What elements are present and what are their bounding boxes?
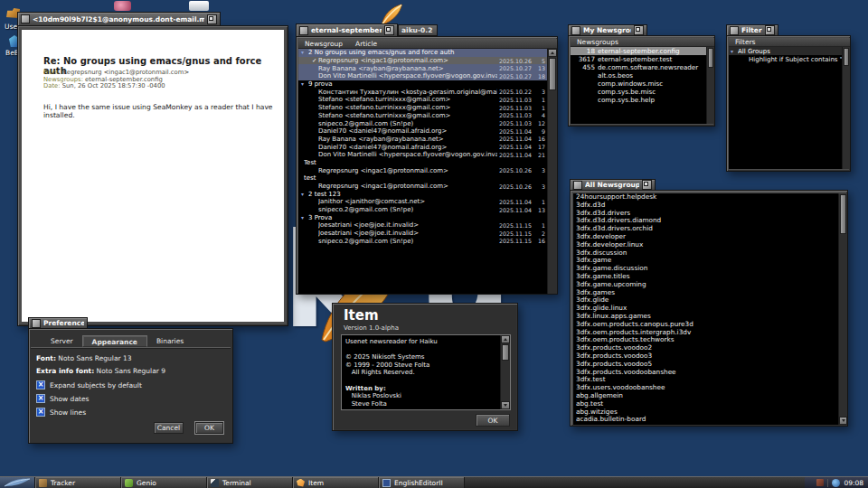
article-row[interactable]: 2 No groups using emacs/gnus and force a… (298, 49, 547, 57)
zoom-button-icon[interactable] (384, 25, 394, 35)
article-row[interactable]: Stefano <stefano.turrinixxx@gmail.com> 2… (298, 112, 547, 120)
article-row[interactable]: 2 test 123 (298, 190, 547, 198)
article-row[interactable]: Regrepsnurg <ingac1@protonmail.com> 2025… (298, 57, 547, 65)
filter-row[interactable]: Highlight if Subject contains "" (729, 55, 842, 63)
article-scrollbar[interactable] (547, 49, 557, 294)
expand-triangle-icon[interactable] (301, 214, 308, 221)
newsgroup-row[interactable]: 3617 eternal-september.test (571, 55, 706, 63)
all-newsgroups-row[interactable]: 3dfx.game (573, 257, 838, 265)
all-newsgroups-scrollbar[interactable] (838, 193, 847, 425)
desktop-icon-partial-1[interactable] (114, 1, 131, 11)
all-newsgroups-row[interactable]: 3dfx.developer.linux (573, 241, 838, 249)
all-newsgroups-row[interactable]: 3dfx.glide (573, 296, 838, 305)
newsgroup-row[interactable]: 455 de.comm.software.newsreader (571, 63, 706, 71)
item-app-desktop-icon[interactable] (380, 4, 403, 25)
about-scrollbar[interactable] (500, 335, 510, 409)
expand-triangle-icon[interactable] (301, 191, 308, 198)
article-row[interactable]: Don Vito Martinelli <hyperspace.flyover@… (298, 151, 547, 159)
all-newsgroups-row[interactable]: abg.test (573, 400, 838, 408)
scrollbar-thumb[interactable] (708, 48, 713, 68)
all-newsgroups-row[interactable]: 3dfx.d3d.drivers (573, 210, 838, 218)
newsgroup-row[interactable]: 18 eternal-september.config (571, 47, 706, 55)
taskbar-item[interactable]: Item (293, 477, 379, 488)
article-row[interactable]: snipeco.2@gmail.com (Sn!pe) 2025.11.15 1… (298, 238, 547, 246)
article-row[interactable]: Stefano <stefano.turrinixxx@gmail.com> 2… (298, 104, 547, 112)
newsgroup-row[interactable]: comp.sys.be.misc (571, 88, 706, 96)
cancel-button[interactable]: Cancel (154, 422, 184, 434)
ok-button[interactable]: OK (195, 422, 223, 434)
checkbox[interactable] (36, 380, 45, 389)
ok-button[interactable]: OK (476, 414, 510, 427)
scroll-up-icon[interactable] (548, 49, 557, 57)
menu-item[interactable]: Article (349, 40, 383, 48)
font-value[interactable]: Noto Sans Regular 13 (58, 354, 131, 362)
all-newsgroups-row[interactable]: 3dfx.d3d.drivers.orchid (573, 225, 838, 233)
scroll-down-icon[interactable] (839, 417, 847, 425)
expand-triangle-icon[interactable] (731, 48, 738, 54)
all-newsgroups-row[interactable]: 3dfx.products.voodoobanshee (573, 369, 838, 377)
all-newsgroups-row[interactable]: abg.witziges (573, 408, 838, 417)
article-row[interactable]: Test (298, 159, 547, 167)
article-row[interactable]: Regrepsnurg <ingac1@protonmail.com> 2025… (298, 183, 547, 191)
all-newsgroups-row[interactable]: 3dfx.game.discussion (573, 265, 838, 273)
newsgroup-row[interactable]: comp.sys.be.help (571, 96, 706, 104)
clock[interactable]: 09:08 (844, 479, 863, 487)
article-row[interactable]: Daniel70 <daniel47@nomail.afraid.org> 20… (298, 143, 547, 151)
taskbar-item[interactable]: EnglishEditorII (379, 477, 465, 488)
checkbox-row[interactable]: Show lines (36, 408, 86, 417)
all-newsgroups-row[interactable]: 3dfx.oem.products.intergraph.i3dv (573, 329, 838, 337)
desktop-icon-partial-2[interactable] (189, 1, 209, 11)
close-button-icon[interactable] (573, 181, 582, 190)
close-button-icon[interactable] (21, 14, 30, 23)
close-button-icon[interactable] (32, 319, 41, 328)
zoom-button-icon[interactable] (765, 25, 775, 35)
all-newsgroups-row[interactable]: 3dfx.linux.apps.games (573, 313, 838, 321)
scroll-up-icon[interactable] (501, 335, 510, 343)
filters-scrollbar[interactable] (842, 47, 850, 169)
article-row[interactable]: Joesatriani <joe@joe.it.invalid> 2025.11… (298, 221, 547, 230)
article-row[interactable]: 9 prova (298, 80, 547, 89)
all-newsgroups-row[interactable]: 24hoursupport.helpdesk (573, 193, 838, 202)
menu-item[interactable]: Filters (729, 38, 761, 46)
all-newsgroups-row[interactable]: 3dfx.test (573, 376, 838, 384)
scrollbar-thumb[interactable] (549, 58, 556, 90)
tray-icon-1[interactable] (816, 479, 824, 486)
article-row[interactable]: Ray Banana <rayban@raybanana.net> 2025.1… (298, 136, 547, 144)
zoom-button-icon[interactable] (207, 14, 217, 24)
zoom-button-icon[interactable] (634, 25, 644, 35)
close-button-icon[interactable] (571, 26, 580, 35)
all-newsgroups-row[interactable]: 3dfx.discussion (573, 249, 838, 258)
article-row[interactable]: Daniel70 <daniel47@nomail.afraid.org> 20… (298, 127, 547, 136)
all-newsgroups-row[interactable]: 3dfx.game.upcoming (573, 281, 838, 289)
checkbox-row[interactable]: Show dates (36, 394, 89, 403)
article-row[interactable]: Ray Banana <rayban@raybanana.net> 2025.1… (298, 64, 547, 72)
close-button-icon[interactable] (299, 26, 308, 35)
article-row[interactable]: Stefano <stefano.turrinixxx@gmail.com> 2… (298, 96, 547, 104)
all-newsgroups-row[interactable]: 3dfx.oem.products.techworks (573, 336, 838, 344)
all-newsgroups-row[interactable]: 3dfx.d3d (573, 202, 838, 210)
zoom-button-icon[interactable] (642, 180, 652, 190)
message-window-titlebar[interactable]: <10dm90l9b7l2$1@anonymous.dont-email.me> (17, 12, 221, 25)
all-newsgroups-row[interactable]: acadia.bulletin-board (573, 416, 838, 424)
article-window-titlebar[interactable]: eternal-september.config (296, 23, 398, 36)
taskbar-item[interactable]: Genio (121, 477, 207, 488)
all-newsgroups-row[interactable]: 3dfx.products.voodoo3 (573, 352, 838, 361)
scrollbar-thumb[interactable] (840, 194, 846, 234)
filter-row[interactable]: All Groups (729, 47, 842, 55)
scroll-down-icon[interactable] (501, 401, 510, 409)
haiku-menu-button[interactable] (0, 477, 35, 488)
prefs-tab[interactable]: Server (42, 335, 82, 347)
my-newsgroups-scrollbar[interactable] (706, 47, 714, 124)
taskbar-item[interactable]: Terminal (207, 477, 293, 488)
newsgroup-row[interactable]: comp.windows.misc (571, 80, 706, 88)
filters-titlebar[interactable]: Filters (726, 24, 778, 35)
newsgroup-row[interactable]: alt.os.beos (571, 71, 706, 80)
all-newsgroups-row[interactable]: 3dfx.glide.linux (573, 305, 838, 313)
all-newsgroups-row[interactable]: 3dfx.oem.products.canopus.pure3d (573, 321, 838, 329)
network-tray-icon[interactable] (832, 479, 840, 487)
article-row[interactable]: test (298, 174, 547, 183)
article-row[interactable]: snipeco.2@gmail.com (Sn!pe) 2025.11.04 1… (298, 206, 547, 214)
close-button-icon[interactable] (730, 26, 739, 35)
article-row[interactable]: 3 Prova (298, 213, 547, 221)
prefs-tab[interactable]: Appearance (82, 335, 147, 347)
